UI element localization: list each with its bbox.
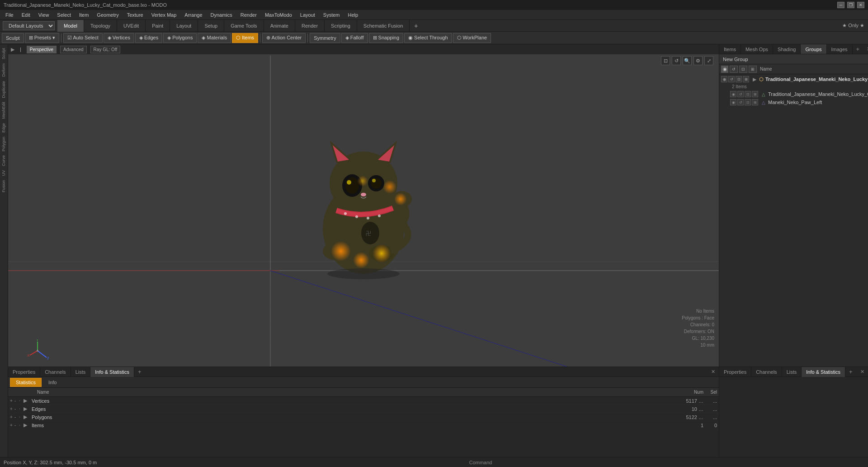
- root-tool-3[interactable]: ⊡: [736, 76, 742, 82]
- restore-button[interactable]: ❐: [847, 2, 854, 8]
- viewport-fit-tool[interactable]: ⊡: [661, 56, 670, 65]
- tab-info-statistics[interactable]: Info & Statistics: [90, 367, 134, 377]
- menu-geometry[interactable]: Geometry: [93, 11, 122, 19]
- tab-topology[interactable]: Topology: [84, 20, 117, 32]
- menu-texture[interactable]: Texture: [123, 11, 147, 19]
- menu-help[interactable]: Help: [344, 11, 362, 19]
- polygons-button[interactable]: ◈ Polygons: [163, 33, 197, 43]
- menu-arrange[interactable]: Arrange: [181, 11, 206, 19]
- scene-tool-4[interactable]: ⊞: [749, 66, 757, 73]
- tab-layout[interactable]: Layout: [170, 20, 198, 32]
- tab-lists-right[interactable]: Lists: [782, 367, 802, 377]
- tab-render[interactable]: Render: [295, 20, 325, 32]
- viewport-ray-gl-btn[interactable]: Ray GL: Off: [90, 46, 121, 53]
- edges-plus[interactable]: +: [10, 406, 14, 411]
- paw-tool-2[interactable]: ↺: [737, 99, 744, 105]
- sculpt-button[interactable]: Sculpt: [2, 33, 24, 43]
- tab-animate[interactable]: Animate: [264, 20, 295, 32]
- root-tool-2[interactable]: ↺: [728, 76, 735, 82]
- root-tool-4[interactable]: ⊞: [743, 76, 749, 82]
- paw-tool-4[interactable]: ⊞: [752, 99, 758, 105]
- bottom-tab-add[interactable]: +: [134, 367, 145, 376]
- root-tool-1[interactable]: ◉: [721, 76, 727, 82]
- menu-item[interactable]: Item: [75, 11, 92, 19]
- items-button[interactable]: ⬡ Items: [232, 33, 258, 43]
- polygons-expand[interactable]: ▶: [24, 414, 31, 420]
- sidebar-duplicate[interactable]: Duplicate: [0, 79, 8, 100]
- right-panel-close[interactable]: ✕: [863, 45, 868, 53]
- cat-tool-4[interactable]: ⊞: [752, 91, 758, 97]
- subtab-info[interactable]: Info: [42, 378, 62, 387]
- right-bottom-add[interactable]: +: [845, 367, 856, 376]
- tab-channels-right[interactable]: Channels: [751, 367, 782, 377]
- tab-paint[interactable]: Paint: [146, 20, 170, 32]
- right-tab-add[interactable]: +: [853, 44, 863, 54]
- workplane-button[interactable]: ⬡ WorkPlane: [453, 33, 491, 43]
- right-bottom-close[interactable]: ✕: [857, 367, 868, 376]
- sidebar-fusion[interactable]: Fusion: [0, 178, 8, 194]
- sidebar-sculpt[interactable]: Sculpt: [0, 46, 8, 61]
- sidebar-uv[interactable]: UV: [0, 168, 8, 178]
- layouts-dropdown[interactable]: Default Layouts: [3, 21, 55, 30]
- subtab-statistics[interactable]: Statistics: [10, 378, 42, 387]
- viewport[interactable]: ▶ | Perspective Advanced Ray GL: Off ⊡ ↺…: [8, 44, 719, 367]
- scene-tool-3[interactable]: ⊡: [739, 66, 747, 73]
- viewport-perspective-btn[interactable]: Perspective: [27, 46, 57, 53]
- tab-uvedit[interactable]: UVEdit: [117, 20, 146, 32]
- action-center-button[interactable]: ⊕ Action Center: [262, 33, 306, 43]
- menu-maxtomodo[interactable]: MaxToModo: [261, 11, 296, 19]
- tab-game-tools[interactable]: Game Tools: [224, 20, 264, 32]
- tab-model[interactable]: Model: [57, 20, 84, 32]
- menu-select[interactable]: Select: [53, 11, 75, 19]
- menu-render[interactable]: Render: [237, 11, 260, 19]
- auto-select-button[interactable]: ☑ Auto Select: [63, 33, 103, 43]
- tree-item-paw[interactable]: ◉ ↺ ⊡ ⊞ △ Maneki_Neko_Paw_Left: [719, 98, 868, 106]
- new-group-button[interactable]: New Group: [719, 54, 868, 64]
- items-expand[interactable]: ▶: [24, 422, 31, 428]
- tab-properties[interactable]: Properties: [8, 367, 40, 377]
- cat-tool-1[interactable]: ◉: [730, 91, 736, 97]
- sidebar-polygon[interactable]: Polygon: [0, 135, 8, 153]
- snapping-button[interactable]: ⊞ Snapping: [369, 33, 404, 43]
- menu-system[interactable]: System: [320, 11, 344, 19]
- tab-scripting[interactable]: Scripting: [325, 20, 357, 32]
- close-button[interactable]: ✕: [857, 2, 864, 8]
- paw-tool-3[interactable]: ⊡: [745, 99, 751, 105]
- sidebar-edge[interactable]: Edge: [0, 121, 8, 134]
- tab-channels[interactable]: Channels: [40, 367, 71, 377]
- right-tab-groups[interactable]: Groups: [801, 44, 826, 54]
- cat-tool-3[interactable]: ⊡: [745, 91, 751, 97]
- polygons-plus[interactable]: +: [10, 415, 14, 419]
- edges-minus[interactable]: -: [14, 406, 19, 411]
- viewport-advanced-btn[interactable]: Advanced: [60, 46, 86, 53]
- sidebar-meshedit[interactable]: MeshEdit: [0, 100, 8, 121]
- tree-item-cat[interactable]: ◉ ↺ ⊡ ⊞ △ Traditional_Japanese_Maneki_Ne…: [719, 90, 868, 98]
- sidebar-curve[interactable]: Curve: [0, 153, 8, 168]
- tab-schematic-fusion[interactable]: Schematic Fusion: [357, 20, 410, 32]
- scene-tool-2[interactable]: ↺: [730, 66, 738, 73]
- scene-tool-1[interactable]: ◉: [721, 66, 728, 73]
- viewport-expand-tool[interactable]: ⤢: [704, 56, 713, 65]
- symmetry-button[interactable]: Symmetry: [310, 33, 340, 43]
- edges-button[interactable]: ◈ Edges: [135, 33, 162, 43]
- items-plus[interactable]: +: [10, 423, 14, 428]
- viewport-zoom-tool[interactable]: 🔍: [683, 56, 692, 65]
- tree-root-group[interactable]: ◉ ↺ ⊡ ⊞ ▶ ⬡ Traditional_Japanese_Maneki_…: [719, 75, 868, 83]
- root-expand[interactable]: ▶: [753, 77, 756, 82]
- cat-tool-2[interactable]: ↺: [737, 91, 744, 97]
- menu-edit[interactable]: Edit: [18, 11, 34, 19]
- menu-vertex-map[interactable]: Vertex Map: [148, 11, 180, 19]
- tab-info-right[interactable]: Info & Statistics: [802, 367, 845, 377]
- edges-expand[interactable]: ▶: [24, 406, 31, 412]
- vertices-plus[interactable]: +: [10, 398, 14, 403]
- vertices-expand[interactable]: ▶: [24, 398, 31, 404]
- sidebar-deform[interactable]: Deform: [0, 62, 8, 79]
- layout-add-button[interactable]: +: [410, 20, 422, 31]
- falloff-button[interactable]: ◈ Falloff: [341, 33, 368, 43]
- menu-view[interactable]: View: [35, 11, 53, 19]
- presets-button[interactable]: ⊞ Presets ▾: [25, 33, 59, 43]
- viewport-collapse[interactable]: ▶: [11, 47, 14, 52]
- select-through-button[interactable]: ◉ Select Through: [404, 33, 452, 43]
- right-tab-items[interactable]: Items: [719, 44, 741, 54]
- tab-setup[interactable]: Setup: [198, 20, 224, 32]
